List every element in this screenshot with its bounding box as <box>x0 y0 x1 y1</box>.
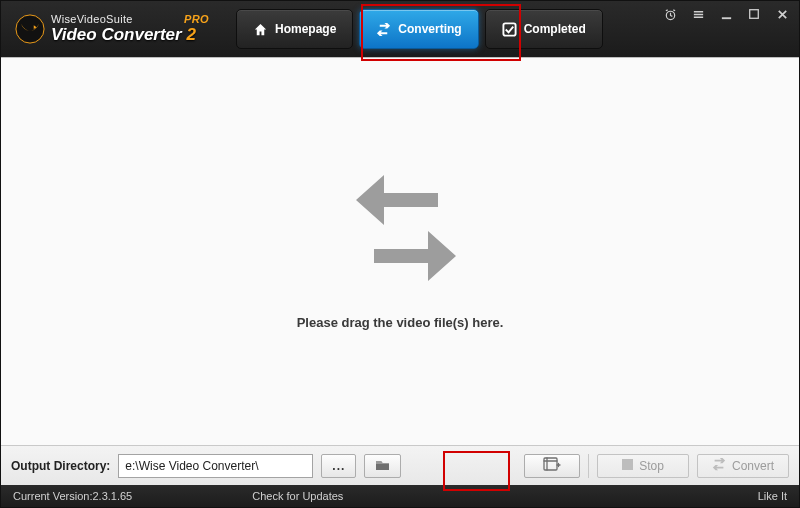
tab-homepage[interactable]: Homepage <box>236 9 353 49</box>
convert-label: Convert <box>732 459 774 473</box>
convert-icon <box>376 22 391 37</box>
check-updates-link[interactable]: Check for Updates <box>252 490 343 502</box>
tab-bar: Homepage Converting Completed <box>236 1 603 57</box>
tab-converting[interactable]: Converting <box>359 9 478 49</box>
brand-name: Video Converter <box>51 25 182 44</box>
tab-completed[interactable]: Completed <box>485 9 603 49</box>
output-dir-field[interactable]: e:\Wise Video Converter\ <box>118 454 313 478</box>
app-logo-text: WiseVideoSuite PRO Video Converter 2 <box>51 14 209 43</box>
brand-num: 2 <box>186 25 195 44</box>
bottom-toolbar: Output Directory: e:\Wise Video Converte… <box>1 445 799 485</box>
add-file-button[interactable] <box>524 454 580 478</box>
menu-icon[interactable] <box>691 7 705 21</box>
app-window: WiseVideoSuite PRO Video Converter 2 Hom… <box>0 0 800 508</box>
divider <box>588 454 589 478</box>
output-dir-value: e:\Wise Video Converter\ <box>125 459 258 473</box>
version-label: Current Version: <box>13 490 92 502</box>
convert-button[interactable]: Convert <box>697 454 789 478</box>
brand-pro: PRO <box>184 13 209 25</box>
browse-button[interactable]: ... <box>321 454 356 478</box>
convert-large-icon <box>330 173 470 297</box>
check-icon <box>502 22 517 37</box>
close-icon[interactable] <box>775 7 789 21</box>
convert-small-icon <box>712 457 726 474</box>
tab-converting-label: Converting <box>398 22 461 36</box>
window-controls <box>663 7 789 21</box>
svg-rect-1 <box>503 23 515 35</box>
brand-suite: WiseVideoSuite <box>51 13 133 25</box>
minimize-icon[interactable] <box>719 7 733 21</box>
add-file-icon <box>543 457 561 474</box>
maximize-icon[interactable] <box>747 7 761 21</box>
app-logo-icon <box>15 14 45 44</box>
open-folder-button[interactable] <box>364 454 401 478</box>
svg-rect-3 <box>750 10 759 19</box>
folder-icon <box>375 458 390 474</box>
stop-icon <box>622 459 633 473</box>
svg-rect-5 <box>622 459 633 470</box>
browse-label: ... <box>332 459 345 473</box>
version-value: 2.3.1.65 <box>92 490 132 502</box>
tab-homepage-label: Homepage <box>275 22 336 36</box>
svg-rect-4 <box>544 458 557 470</box>
alarm-icon[interactable] <box>663 7 677 21</box>
app-logo: WiseVideoSuite PRO Video Converter 2 <box>1 14 236 44</box>
svg-point-0 <box>16 15 44 43</box>
drop-hint-text: Please drag the video file(s) here. <box>297 315 504 330</box>
version-block: Current Version:2.3.1.65 <box>13 490 132 502</box>
stop-button[interactable]: Stop <box>597 454 689 478</box>
home-icon <box>253 22 268 37</box>
output-dir-label: Output Directory: <box>11 459 110 473</box>
like-it-link[interactable]: Like It <box>758 490 787 502</box>
stop-label: Stop <box>639 459 664 473</box>
tab-completed-label: Completed <box>524 22 586 36</box>
status-bar: Current Version:2.3.1.65 Check for Updat… <box>1 485 799 507</box>
drop-area[interactable]: Please drag the video file(s) here. <box>1 57 799 445</box>
titlebar: WiseVideoSuite PRO Video Converter 2 Hom… <box>1 1 799 57</box>
